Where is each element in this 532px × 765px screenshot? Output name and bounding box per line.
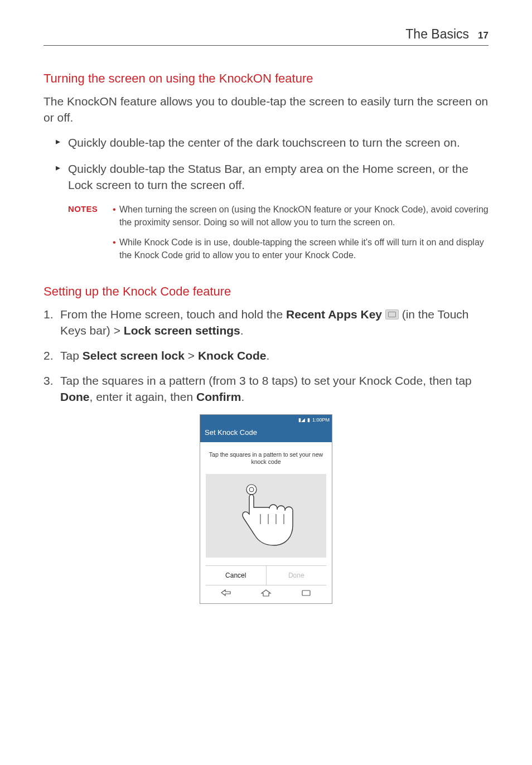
phone-screenshot: ▮◢ ▮ 1:00PM Set Knock Code Tap the squar… bbox=[200, 414, 332, 604]
notes-block: NOTES When turning the screen on (using … bbox=[68, 204, 489, 270]
status-time: 1:00PM bbox=[312, 417, 330, 423]
step-text: . bbox=[240, 324, 244, 337]
step-text: , enter it again, then bbox=[90, 390, 196, 403]
step-item: Tap Select screen lock > Knock Code. bbox=[43, 348, 489, 364]
heading-knockcode: Setting up the Knock Code feature bbox=[43, 284, 489, 299]
svg-point-0 bbox=[246, 485, 257, 495]
bold-term: Confirm bbox=[196, 390, 241, 403]
bullet-item: Quickly double-tap the center of the dar… bbox=[56, 135, 489, 151]
bold-term: Knock Code bbox=[198, 349, 267, 362]
svg-rect-2 bbox=[302, 590, 310, 595]
battery-icon: ▮ bbox=[307, 417, 310, 423]
bold-term: Select screen lock bbox=[83, 349, 185, 362]
intro-text: The KnockON feature allows you to double… bbox=[43, 94, 489, 126]
bullet-item: Quickly double-tap the Status Bar, an em… bbox=[56, 161, 489, 193]
step-item: Tap the squares in a pattern (from 3 to … bbox=[43, 373, 489, 405]
step-text: . bbox=[241, 390, 244, 403]
back-icon bbox=[220, 589, 232, 597]
bold-term: Recent Apps Key bbox=[286, 308, 382, 321]
knock-code-grid bbox=[206, 474, 326, 558]
note-item: When turning the screen on (using the Kn… bbox=[112, 204, 489, 229]
bullet-list: Quickly double-tap the center of the dar… bbox=[43, 135, 489, 193]
step-text: > bbox=[185, 349, 198, 362]
signal-icon: ▮◢ bbox=[298, 417, 305, 423]
bold-term: Done bbox=[60, 390, 90, 403]
section-title: The Basics bbox=[405, 27, 469, 42]
phone-title-bar: Set Knock Code bbox=[200, 425, 332, 442]
page-number: 17 bbox=[478, 30, 489, 41]
recent-apps-key-icon bbox=[385, 309, 399, 319]
cancel-button: Cancel bbox=[206, 566, 267, 585]
phone-instruction: Tap the squares in a pattern to set your… bbox=[206, 451, 326, 466]
numbered-list: From the Home screen, touch and hold the… bbox=[43, 307, 489, 405]
recent-icon bbox=[300, 589, 312, 597]
heading-knockon: Turning the screen on using the KnockON … bbox=[43, 71, 489, 86]
step-text: From the Home screen, touch and hold the bbox=[60, 308, 286, 321]
phone-button-row: Cancel Done bbox=[206, 565, 326, 585]
step-item: From the Home screen, touch and hold the… bbox=[43, 307, 489, 339]
phone-nav-bar bbox=[206, 585, 326, 599]
step-text: Tap bbox=[60, 349, 83, 362]
step-text: . bbox=[266, 349, 269, 362]
home-icon bbox=[260, 589, 272, 597]
notes-label: NOTES bbox=[68, 204, 112, 270]
done-button: Done bbox=[267, 566, 327, 585]
phone-status-bar: ▮◢ ▮ 1:00PM bbox=[200, 415, 332, 425]
note-item: While Knock Code is in use, double-tappi… bbox=[112, 236, 489, 262]
step-text: Tap the squares in a pattern (from 3 to … bbox=[60, 374, 472, 387]
page-header: The Basics 17 bbox=[43, 27, 489, 46]
hand-tap-icon bbox=[230, 480, 303, 558]
bold-term: Lock screen settings bbox=[124, 324, 240, 337]
